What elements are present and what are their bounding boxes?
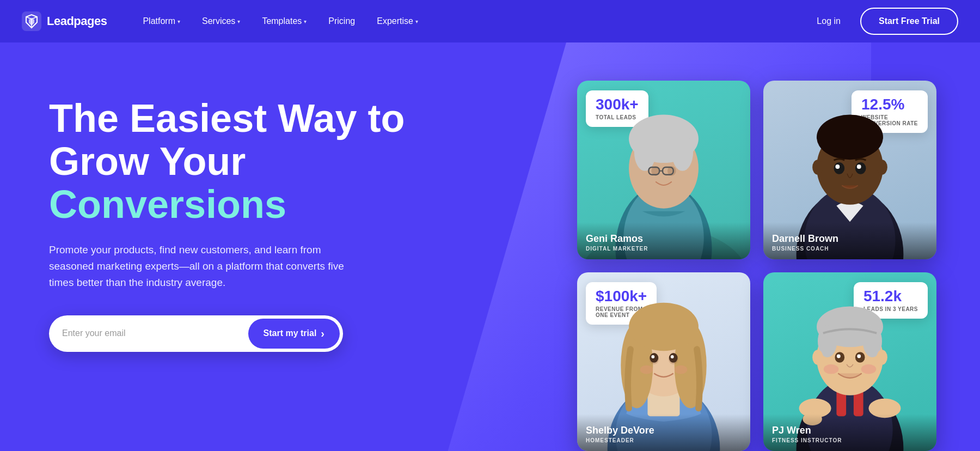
card-overlay-2: Darnell Brown BUSINESS COACH (763, 222, 936, 259)
svg-point-38 (671, 355, 674, 358)
nav-item-pricing[interactable]: Pricing (320, 12, 364, 31)
person-name-4: PJ Wren (772, 425, 928, 436)
nav-item-expertise[interactable]: Expertise ▾ (368, 12, 427, 31)
hero-title-line1: The Easiest Way to (49, 96, 405, 140)
svg-point-8 (672, 133, 693, 171)
logo[interactable]: Leadpages (22, 11, 107, 31)
svg-point-58 (857, 354, 861, 358)
card-overlay-3: Shelby DeVore HOMESTEADER (577, 414, 750, 451)
svg-point-21 (834, 162, 844, 174)
svg-point-53 (812, 350, 823, 365)
card-overlay-1: Geni Ramos DIGITAL MARKETER (577, 222, 750, 259)
svg-point-39 (640, 365, 653, 374)
email-input[interactable] (62, 323, 248, 344)
hero-content: The Easiest Way to Grow Your Conversions… (49, 97, 430, 352)
person-role-2: BUSINESS COACH (772, 246, 928, 252)
testimonial-cards: 300k+ TOTAL LEADS (577, 81, 936, 451)
start-trial-submit-button[interactable]: Start my trial › (248, 319, 340, 349)
chevron-down-icon: ▾ (415, 19, 418, 25)
hero-email-form: Start my trial › (49, 315, 343, 352)
chevron-down-icon: ▾ (304, 19, 307, 25)
svg-point-20 (877, 160, 887, 175)
person-role-1: DIGITAL MARKETER (586, 246, 742, 252)
hero-title-accent: Conversions (49, 182, 286, 226)
svg-point-18 (817, 114, 883, 160)
hero-section: The Easiest Way to Grow Your Conversions… (0, 42, 980, 451)
nav-item-services[interactable]: Services ▾ (193, 12, 249, 31)
nav-links: Platform ▾ Services ▾ Templates ▾ Pricin… (134, 12, 810, 31)
person-name-1: Geni Ramos (586, 233, 742, 245)
logo-text: Leadpages (47, 14, 107, 28)
svg-point-59 (824, 364, 839, 374)
svg-point-7 (634, 133, 656, 171)
navigation: Leadpages Platform ▾ Services ▾ Template… (0, 0, 980, 42)
svg-point-22 (855, 162, 866, 174)
hero-title: The Easiest Way to Grow Your Conversions (49, 97, 430, 227)
start-trial-button[interactable]: Start Free Trial (860, 8, 958, 35)
card-overlay-4: PJ Wren FITNESS INSTRUCTOR (763, 414, 936, 451)
card-darnell-brown: 12.5% WEBSITE CONVERSION RATE (763, 81, 936, 259)
svg-point-19 (812, 160, 823, 175)
card-pj-wren: 51.2k LEADS IN 3 YEARS (763, 272, 936, 451)
card-shelby-devore: $100k+ REVENUE FROM ONE EVENT (577, 272, 750, 451)
svg-point-23 (835, 164, 840, 169)
chevron-down-icon: ▾ (177, 19, 180, 25)
person-name-2: Darnell Brown (772, 233, 928, 245)
hero-title-line2: Grow Your (49, 139, 246, 183)
person-name-3: Shelby DeVore (586, 425, 742, 436)
svg-point-32 (629, 302, 699, 351)
chevron-down-icon: ▾ (237, 19, 240, 25)
svg-point-60 (861, 364, 877, 374)
nav-right: Log in Start Free Trial (810, 8, 958, 35)
nav-item-templates[interactable]: Templates ▾ (253, 12, 315, 31)
svg-point-54 (877, 350, 887, 365)
svg-point-37 (651, 355, 654, 358)
svg-point-57 (837, 354, 841, 358)
arrow-icon: › (321, 327, 324, 340)
person-role-4: FITNESS INSTRUCTOR (772, 437, 928, 443)
svg-point-24 (857, 164, 861, 169)
svg-point-40 (675, 365, 688, 374)
leadpages-logo-icon (22, 11, 41, 31)
nav-item-platform[interactable]: Platform ▾ (134, 12, 189, 31)
hero-subtitle: Promote your products, find new customer… (49, 242, 354, 291)
card-geni-ramos: 300k+ TOTAL LEADS (577, 81, 750, 259)
person-role-3: HOMESTEADER (586, 437, 742, 443)
login-button[interactable]: Log in (810, 12, 847, 31)
